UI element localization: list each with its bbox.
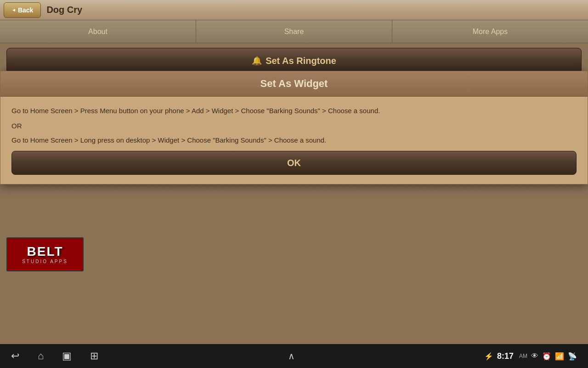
status-icons: ⚡ 8:17 AM 👁 ⏰ 📶 📡 (484, 351, 577, 361)
back-button[interactable]: Back (4, 2, 41, 18)
status-bar: ↩ ⌂ ▣ ⊞ ∧ ⚡ 8:17 AM 👁 ⏰ 📶 📡 (0, 344, 588, 368)
dialog-title-bar: Set As Widget (0, 71, 588, 97)
ringtone-label: Set As Ringtone (266, 56, 336, 66)
ringtone-icon: 🔔 (252, 56, 262, 66)
belt-studio-logo: BELT STUDIO APPS (6, 237, 84, 271)
nav-tabs: About Share More Apps (0, 20, 588, 43)
app-title: Dog Cry (46, 5, 82, 15)
tab-share[interactable]: Share (196, 20, 392, 43)
usb-icon: ⚡ (484, 352, 493, 361)
alarm-icon: ⏰ (542, 352, 551, 361)
screenshot-nav-button[interactable]: ⊞ (90, 350, 98, 362)
nav-buttons: ↩ ⌂ ▣ ⊞ (11, 350, 98, 362)
dialog-ok-button[interactable]: OK (11, 151, 577, 175)
back-nav-button[interactable]: ↩ (11, 350, 19, 362)
eye-icon: 👁 (531, 352, 538, 360)
top-bar: Back Dog Cry (0, 0, 588, 20)
time-display: 8:17 (497, 351, 514, 361)
am-pm-label: AM (519, 353, 527, 359)
dialog-instruction-1: Go to Home Screen > Press Menu button on… (11, 106, 577, 116)
signal-icon: 📡 (568, 352, 577, 361)
dialog-instruction-2: Go to Home Screen > Long press on deskto… (11, 135, 577, 146)
studio-apps-text: STUDIO APPS (22, 259, 68, 264)
home-nav-button[interactable]: ⌂ (38, 350, 44, 362)
dialog-body: Go to Home Screen > Press Menu button on… (0, 97, 588, 184)
widget-dialog: Set As Widget Go to Home Screen > Press … (0, 71, 588, 184)
dialog-or: OR (11, 122, 577, 130)
center-nav-button[interactable]: ∧ (288, 351, 295, 362)
dialog-title: Set As Widget (260, 78, 328, 89)
wifi-icon: 📶 (555, 352, 564, 361)
recents-nav-button[interactable]: ▣ (62, 350, 72, 362)
tab-more-apps[interactable]: More Apps (392, 20, 588, 43)
set-ringtone-button[interactable]: 🔔 Set As Ringtone (6, 48, 582, 74)
belt-text: BELT (27, 245, 63, 258)
tab-about[interactable]: About (0, 20, 196, 43)
